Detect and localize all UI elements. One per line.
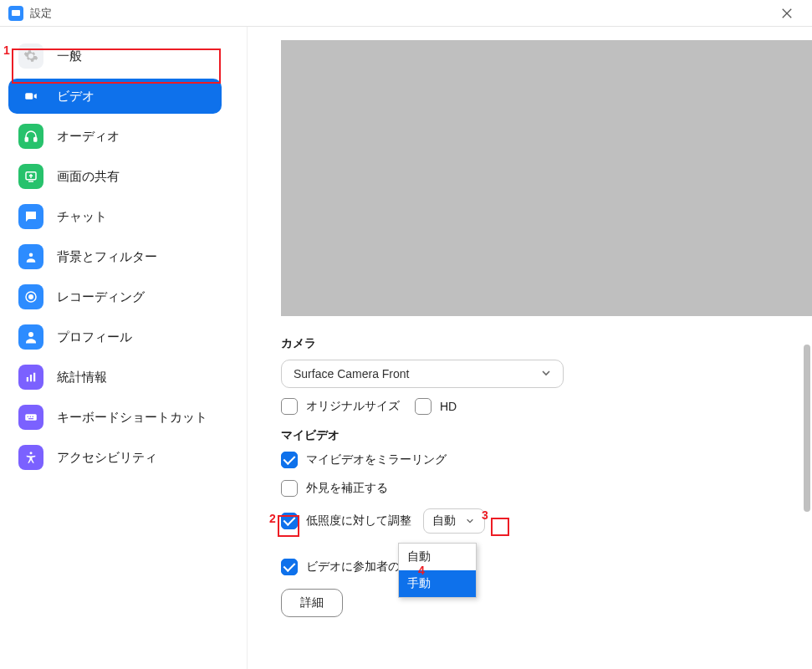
lowlight-mode-popup: 自動 手動 bbox=[398, 543, 477, 598]
mirror-label: マイビデオをミラーリング bbox=[306, 452, 447, 467]
svg-point-15 bbox=[28, 416, 29, 418]
svg-rect-4 bbox=[34, 138, 37, 142]
camera-section-label: カメラ bbox=[281, 336, 792, 351]
sidebar-item-accessibility[interactable]: アクセシビリティ bbox=[8, 440, 222, 475]
detail-button[interactable]: 詳細 bbox=[281, 589, 343, 617]
sidebar-item-label: プロフィール bbox=[57, 329, 132, 345]
svg-rect-2 bbox=[25, 93, 33, 100]
gear-icon bbox=[18, 43, 43, 69]
camera-dropdown[interactable]: Surface Camera Front bbox=[281, 360, 564, 388]
video-preview bbox=[281, 40, 812, 316]
sidebar-item-label: ビデオ bbox=[57, 89, 94, 105]
svg-point-7 bbox=[29, 253, 33, 258]
record-icon bbox=[18, 284, 43, 309]
profile-icon bbox=[18, 324, 43, 350]
sidebar-item-video[interactable]: ビデオ bbox=[8, 79, 222, 114]
keyboard-icon bbox=[18, 405, 43, 430]
sidebar-item-background[interactable]: 背景とフィルター bbox=[8, 239, 222, 274]
chevron-down-icon bbox=[462, 513, 477, 529]
sidebar-item-label: 背景とフィルター bbox=[57, 249, 157, 265]
svg-rect-3 bbox=[25, 138, 28, 142]
lowlight-mode-dropdown[interactable]: 自動 bbox=[423, 508, 485, 534]
titlebar: 設定 bbox=[0, 0, 812, 27]
sidebar-item-label: 一般 bbox=[57, 49, 82, 64]
svg-point-10 bbox=[28, 332, 33, 337]
sidebar-item-label: レコーディング bbox=[57, 289, 145, 305]
lowlight-option-auto[interactable]: 自動 bbox=[399, 544, 476, 570]
svg-point-16 bbox=[30, 416, 32, 418]
svg-point-9 bbox=[29, 295, 33, 299]
lowlight-checkbox[interactable] bbox=[281, 513, 298, 529]
stats-icon bbox=[18, 365, 43, 390]
myvideo-section-label: マイビデオ bbox=[281, 428, 792, 443]
close-icon bbox=[781, 8, 793, 19]
touchup-checkbox[interactable] bbox=[281, 480, 298, 497]
settings-sidebar: 一般 ビデオ オーディオ 画面の共有 チャット bbox=[0, 27, 248, 669]
lowlight-mode-selected: 自動 bbox=[432, 513, 456, 529]
sidebar-item-label: アクセシビリティ bbox=[57, 450, 157, 466]
touchup-label: 外見を補正する bbox=[306, 481, 388, 496]
hd-label: HD bbox=[440, 400, 457, 413]
sidebar-item-label: オーディオ bbox=[57, 129, 120, 145]
sidebar-item-label: キーボードショートカット bbox=[57, 410, 207, 426]
lowlight-option-manual[interactable]: 手動 bbox=[399, 570, 476, 597]
sidebar-item-statistics[interactable]: 統計情報 bbox=[8, 360, 222, 395]
sidebar-item-general[interactable]: 一般 bbox=[8, 38, 222, 74]
svg-point-17 bbox=[33, 416, 34, 418]
sidebar-item-profile[interactable]: プロフィール bbox=[8, 319, 222, 355]
chevron-down-icon bbox=[541, 367, 551, 380]
video-icon bbox=[18, 84, 43, 109]
sidebar-item-audio[interactable]: オーディオ bbox=[8, 119, 222, 154]
close-button[interactable] bbox=[770, 0, 804, 27]
window-title: 設定 bbox=[30, 6, 52, 21]
lowlight-label: 低照度に対して調整 bbox=[306, 513, 411, 529]
svg-rect-14 bbox=[25, 414, 37, 421]
svg-rect-11 bbox=[27, 377, 28, 381]
original-size-label: オリジナルサイズ bbox=[306, 399, 400, 414]
sidebar-item-chat[interactable]: チャット bbox=[8, 199, 222, 234]
sidebar-item-keyboard[interactable]: キーボードショートカット bbox=[8, 400, 222, 435]
svg-point-19 bbox=[30, 452, 33, 454]
sidebar-item-label: 統計情報 bbox=[57, 370, 107, 386]
accessibility-icon bbox=[18, 445, 43, 470]
chat-icon bbox=[18, 204, 43, 229]
hd-checkbox[interactable] bbox=[415, 398, 432, 415]
svg-rect-13 bbox=[33, 373, 35, 382]
svg-rect-12 bbox=[30, 375, 32, 381]
settings-content: カメラ Surface Camera Front オリジナルサイズ HD マイビ… bbox=[248, 27, 812, 669]
sidebar-item-recording[interactable]: レコーディング bbox=[8, 279, 222, 314]
camera-selected: Surface Camera Front bbox=[294, 367, 541, 380]
background-icon bbox=[18, 244, 43, 269]
zoom-app-icon bbox=[8, 6, 23, 21]
sidebar-item-label: チャット bbox=[57, 209, 107, 225]
sidebar-item-share-screen[interactable]: 画面の共有 bbox=[8, 159, 222, 194]
scrollbar-thumb[interactable] bbox=[804, 345, 810, 512]
headphones-icon bbox=[18, 124, 43, 149]
svg-rect-18 bbox=[28, 418, 33, 419]
share-screen-icon bbox=[18, 164, 43, 189]
show-names-checkbox[interactable] bbox=[281, 559, 298, 575]
sidebar-item-label: 画面の共有 bbox=[57, 169, 120, 185]
original-size-checkbox[interactable] bbox=[281, 398, 298, 415]
mirror-checkbox[interactable] bbox=[281, 452, 298, 468]
